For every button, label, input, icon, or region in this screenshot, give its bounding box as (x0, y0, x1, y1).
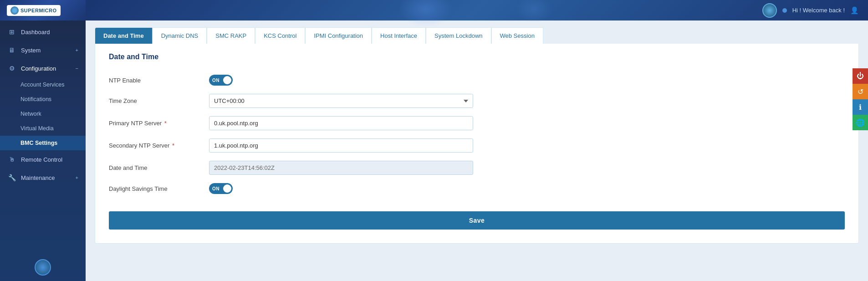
dst-row: Daylight Savings Time ON (109, 183, 845, 194)
power-button[interactable]: ⏻ (853, 68, 868, 84)
date-time-card: Date and Time NTP Enable ON Time Zone (95, 44, 859, 244)
supermicro-logo-icon (10, 6, 19, 15)
topbar: Hi ! Welcome back ! 👤 (86, 0, 868, 20)
topbar-right: Hi ! Welcome back ! 👤 (762, 3, 859, 18)
sidebar-logo: SUPERMICRO (0, 0, 86, 20)
remote-control-icon: 🖱 (7, 155, 16, 164)
sidebar-item-account-services[interactable]: Account Services (0, 77, 86, 92)
globe-button[interactable]: 🌐 (853, 115, 868, 130)
time-zone-row: Time Zone UTC+00:00 (109, 94, 845, 108)
user-icon: 👤 (850, 6, 859, 15)
expand-icon: − (76, 66, 78, 71)
reset-button[interactable]: ↺ (853, 84, 868, 99)
expand-icon: + (76, 47, 78, 53)
sidebar: SUPERMICRO ⊞ Dashboard 🖥 System + ⚙ Conf… (0, 0, 86, 281)
tab-web-session[interactable]: Web Session (491, 27, 543, 44)
topbar-decoration-2 (516, 0, 552, 23)
primary-ntp-input[interactable] (209, 116, 473, 130)
sidebar-bottom (0, 254, 86, 281)
sidebar-item-notifications[interactable]: Notifications (0, 92, 86, 107)
logo-text: SUPERMICRO (20, 8, 57, 13)
info-button[interactable]: ℹ (853, 99, 868, 115)
dst-toggle-wrapper: ON (209, 183, 233, 194)
primary-ntp-row: Primary NTP Server * (109, 116, 845, 130)
dst-toggle[interactable]: ON (209, 183, 233, 194)
sidebar-item-bmc-settings[interactable]: BMC Settings (0, 136, 86, 150)
sidebar-item-label: System (21, 47, 41, 54)
tab-host-interface[interactable]: Host Interface (372, 27, 426, 44)
sub-item-label: Account Services (20, 82, 65, 88)
sub-item-label: BMC Settings (20, 140, 57, 146)
topbar-indicator (782, 8, 787, 13)
sidebar-item-system[interactable]: 🖥 System + (0, 41, 86, 59)
toggle-on-label: ON (212, 186, 220, 191)
sub-item-label: Virtual Media (20, 125, 54, 132)
system-icon: 🖥 (7, 46, 16, 55)
logo-box: SUPERMICRO (7, 5, 61, 16)
tab-dynamic-dns[interactable]: Dynamic DNS (153, 27, 207, 44)
sidebar-item-configuration[interactable]: ⚙ Configuration − (0, 59, 86, 77)
sidebar-item-virtual-media[interactable]: Virtual Media (0, 121, 86, 136)
sidebar-item-network[interactable]: Network (0, 107, 86, 121)
toggle-knob (223, 184, 231, 193)
secondary-ntp-input[interactable] (209, 138, 473, 153)
save-button[interactable]: Save (109, 211, 845, 230)
toggle-knob (223, 76, 231, 84)
sidebar-item-label: Configuration (21, 65, 56, 72)
dst-label: Daylight Savings Time (109, 185, 209, 192)
card-title: Date and Time (109, 53, 845, 63)
ntp-enable-label: NTP Enable (109, 77, 209, 84)
topbar-avatar (762, 3, 777, 18)
content-area: Date and Time Dynamic DNS SMC RAKP KCS C… (86, 20, 868, 281)
tab-date-time[interactable]: Date and Time (95, 27, 153, 44)
avatar (35, 259, 51, 276)
secondary-ntp-label: Secondary NTP Server * (109, 142, 209, 149)
secondary-ntp-row: Secondary NTP Server * (109, 138, 845, 153)
date-time-row: Date and Time (109, 161, 845, 175)
dashboard-icon: ⊞ (7, 27, 16, 36)
ntp-enable-toggle[interactable]: ON (209, 75, 233, 86)
sidebar-nav: ⊞ Dashboard 🖥 System + ⚙ Configuration −… (0, 20, 86, 254)
primary-ntp-label: Primary NTP Server * (109, 120, 209, 127)
required-marker: * (163, 120, 167, 127)
tab-kcs-control[interactable]: KCS Control (255, 27, 305, 44)
ntp-enable-row: NTP Enable ON (109, 75, 845, 86)
tab-system-lockdown[interactable]: System Lockdown (426, 27, 491, 44)
tab-ipmi-configuration[interactable]: IPMI Configuration (305, 27, 372, 44)
tab-bar: Date and Time Dynamic DNS SMC RAKP KCS C… (95, 27, 859, 44)
tab-smc-rakp[interactable]: SMC RAKP (207, 27, 255, 44)
toggle-on-label: ON (212, 78, 220, 83)
time-zone-label: Time Zone (109, 97, 209, 104)
welcome-text: Hi ! Welcome back ! (792, 7, 845, 14)
sub-item-label: Network (20, 111, 41, 117)
sidebar-item-label: Dashboard (21, 29, 50, 36)
toggle-slider: ON (209, 183, 233, 194)
ntp-enable-toggle-wrapper: ON (209, 75, 233, 86)
sidebar-item-maintenance[interactable]: 🔧 Maintenance + (0, 169, 86, 187)
configuration-icon: ⚙ (7, 64, 16, 73)
date-time-field-label: Date and Time (109, 164, 209, 171)
time-zone-select[interactable]: UTC+00:00 (209, 94, 473, 108)
sidebar-item-label: Maintenance (21, 174, 55, 181)
main-content: Hi ! Welcome back ! 👤 Date and Time Dyna… (86, 0, 868, 281)
date-time-input (209, 161, 473, 175)
sidebar-item-remote-control[interactable]: 🖱 Remote Control (0, 150, 86, 169)
toggle-slider: ON (209, 75, 233, 86)
right-actions: ⏻ ↺ ℹ 🌐 (853, 68, 868, 130)
expand-icon: + (76, 175, 78, 180)
required-marker: * (170, 142, 174, 149)
maintenance-icon: 🔧 (7, 173, 16, 182)
sub-item-label: Notifications (20, 96, 51, 102)
sidebar-item-label: Remote Control (21, 156, 62, 163)
sidebar-item-dashboard[interactable]: ⊞ Dashboard (0, 23, 86, 41)
